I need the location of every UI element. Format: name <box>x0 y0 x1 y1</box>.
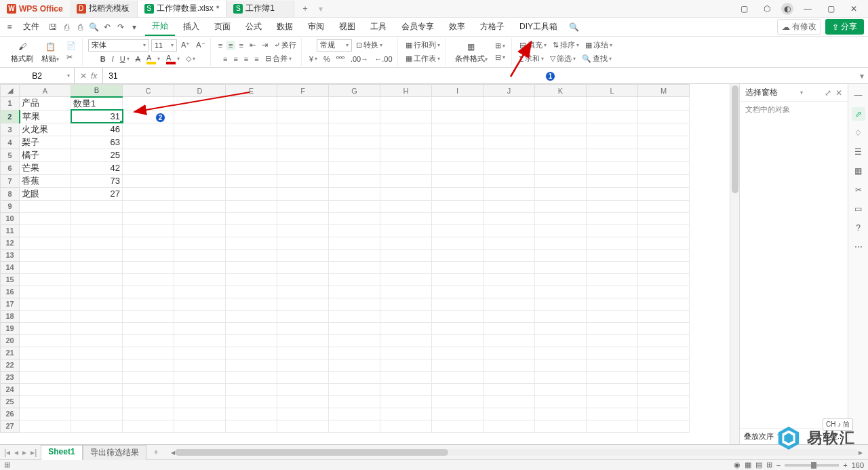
menu-tab-页面[interactable]: 页面 <box>208 18 237 35</box>
sheet-first-icon[interactable]: |◂ <box>3 448 12 457</box>
cell-A17[interactable] <box>20 298 71 310</box>
cell-K7[interactable] <box>535 174 587 187</box>
cell-A20[interactable] <box>20 334 71 347</box>
cell-E7[interactable] <box>226 174 277 187</box>
cell-E2[interactable] <box>226 110 277 123</box>
cell-H6[interactable] <box>380 161 432 174</box>
cell-K15[interactable] <box>535 273 587 286</box>
cell-K21[interactable] <box>535 347 587 359</box>
cell-L7[interactable] <box>587 174 638 187</box>
cell-K2[interactable] <box>535 110 587 123</box>
cell-I10[interactable] <box>432 212 484 224</box>
cell-B19[interactable] <box>71 322 123 334</box>
cell-E3[interactable] <box>226 123 277 136</box>
cell-C13[interactable] <box>123 249 174 261</box>
cell-B12[interactable] <box>71 237 123 249</box>
cell-C16[interactable] <box>123 286 174 298</box>
col-header-J[interactable]: J <box>484 85 535 97</box>
row-header-22[interactable]: 22 <box>1 359 20 371</box>
cell-C9[interactable] <box>123 200 174 212</box>
cell-D10[interactable] <box>174 212 226 224</box>
cell-E10[interactable] <box>226 212 277 224</box>
sheet-last-icon[interactable]: ▸| <box>29 448 38 457</box>
cell-J17[interactable] <box>484 298 535 310</box>
cell-C21[interactable] <box>123 347 174 359</box>
vertical-scrollbar[interactable] <box>730 84 739 444</box>
cell-E4[interactable] <box>226 136 277 149</box>
cell-C18[interactable] <box>123 310 174 322</box>
row-header-9[interactable]: 9 <box>1 200 20 212</box>
cell-D9[interactable] <box>174 200 226 212</box>
cell-K6[interactable] <box>535 161 587 174</box>
cell-G11[interactable] <box>329 224 380 237</box>
cell-J2[interactable] <box>484 110 535 123</box>
cell-E11[interactable] <box>226 224 277 237</box>
cell-E8[interactable] <box>226 187 277 200</box>
cell-L21[interactable] <box>587 347 638 359</box>
percent-button[interactable]: % <box>321 54 332 64</box>
cell-D3[interactable] <box>174 123 226 136</box>
name-box[interactable]: ▾ <box>0 68 75 83</box>
cell-C4[interactable] <box>123 136 174 149</box>
cell-D7[interactable] <box>174 174 226 187</box>
cell-B16[interactable] <box>71 286 123 298</box>
row-header-26[interactable]: 26 <box>1 408 20 420</box>
rail-tools-icon[interactable]: ✂ <box>852 183 865 197</box>
pending-changes-button[interactable]: ☁ 有修改 <box>777 19 821 35</box>
cell-B26[interactable] <box>71 408 123 420</box>
cell-E9[interactable] <box>226 200 277 212</box>
cell-J4[interactable] <box>484 136 535 149</box>
row-header-2[interactable]: 2 <box>1 110 20 123</box>
name-box-input[interactable] <box>17 71 58 81</box>
cell-M11[interactable] <box>638 224 690 237</box>
cell-G23[interactable] <box>329 371 380 383</box>
cell-B25[interactable] <box>71 395 123 408</box>
doc-tab-workbook2[interactable]: S 工作簿1 <box>226 1 294 17</box>
cell-L14[interactable] <box>587 261 638 273</box>
cell-F12[interactable] <box>277 237 329 249</box>
formula-input[interactable] <box>108 71 850 81</box>
row-header-18[interactable]: 18 <box>1 310 20 322</box>
cell-A11[interactable] <box>20 224 71 237</box>
cell-D20[interactable] <box>174 334 226 347</box>
cell-L26[interactable] <box>587 408 638 420</box>
cell-B3[interactable]: 46 <box>71 123 123 136</box>
cell-A26[interactable] <box>20 408 71 420</box>
cell-A22[interactable] <box>20 359 71 371</box>
cancel-formula-icon[interactable]: ✕ <box>80 71 87 81</box>
cell-E12[interactable] <box>226 237 277 249</box>
cell-D24[interactable] <box>174 383 226 395</box>
menu-tab-效率[interactable]: 效率 <box>442 18 472 35</box>
cell-J3[interactable] <box>484 123 535 136</box>
cell-K3[interactable] <box>535 123 587 136</box>
cell-C23[interactable] <box>123 371 174 383</box>
col-header-B[interactable]: B <box>71 85 123 97</box>
cell-A5[interactable]: 橘子 <box>20 149 71 161</box>
cell-K26[interactable] <box>535 408 587 420</box>
cell-E16[interactable] <box>226 286 277 298</box>
cell-L5[interactable] <box>587 149 638 161</box>
cell-A19[interactable] <box>20 322 71 334</box>
cell-D14[interactable] <box>174 261 226 273</box>
indent-left-button[interactable]: ⇤ <box>248 40 258 50</box>
cell-L15[interactable] <box>587 273 638 286</box>
menu-tab-DIY工具箱[interactable]: DIY工具箱 <box>513 18 564 35</box>
doc-tab-templates[interactable]: D 找稻壳模板 <box>70 1 138 17</box>
cell-D26[interactable] <box>174 408 226 420</box>
row-header-10[interactable]: 10 <box>1 212 20 224</box>
font-size-select[interactable]: 11▾ <box>151 39 177 52</box>
menu-tab-数据[interactable]: 数据 <box>270 18 300 35</box>
cell-M3[interactable] <box>638 123 690 136</box>
cell-M27[interactable] <box>638 420 690 432</box>
col-header-G[interactable]: G <box>329 85 380 97</box>
cell-styles-button[interactable]: ⊞▾ <box>493 41 507 51</box>
cell-B17[interactable] <box>71 298 123 310</box>
cell-J11[interactable] <box>484 224 535 237</box>
cell-H5[interactable] <box>380 149 432 161</box>
font-family-select[interactable]: 宋体▾ <box>88 39 149 52</box>
cell-L24[interactable] <box>587 383 638 395</box>
cell-H1[interactable] <box>380 97 432 111</box>
cell-H3[interactable] <box>380 123 432 136</box>
cell-B7[interactable]: 73 <box>71 174 123 187</box>
cut-button[interactable]: ✂ <box>64 52 78 62</box>
